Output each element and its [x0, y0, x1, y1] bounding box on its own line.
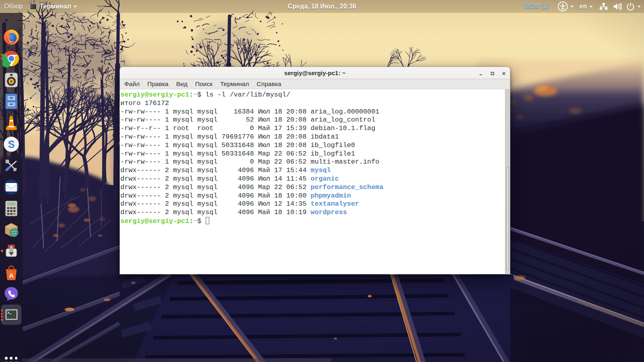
svg-text:A: A	[9, 272, 13, 279]
svg-text:S: S	[8, 139, 15, 150]
